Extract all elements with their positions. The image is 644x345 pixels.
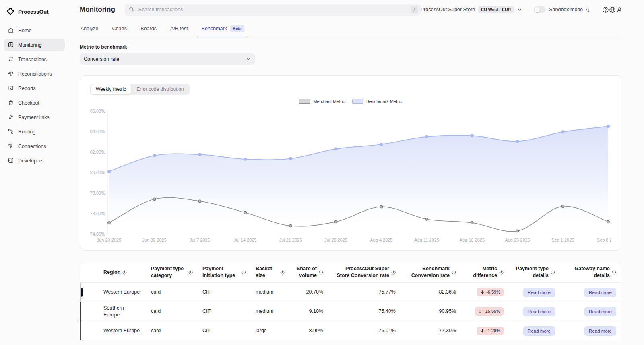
sandbox-help-icon[interactable] <box>586 7 591 12</box>
tab-analyze[interactable]: Analyze <box>80 21 99 37</box>
metric-difference-badge: -1.28% <box>477 327 504 335</box>
table-row[interactable]: Southern EuropecardCITmedium9.10%75.40%9… <box>80 302 621 321</box>
cell-value: card <box>151 308 161 315</box>
sidebar-item-monitoring[interactable]: Monitoring <box>4 39 65 51</box>
info-icon[interactable] <box>242 270 246 275</box>
search-icon <box>128 6 134 13</box>
info-icon[interactable] <box>551 270 555 275</box>
reconciliations-icon <box>8 70 14 78</box>
arrow-down-icon <box>478 309 482 314</box>
column-header-payment-initiation-type: Payment initiation type <box>198 265 251 280</box>
info-icon[interactable] <box>319 270 323 275</box>
chart-view-weekly-metric[interactable]: Weekly metric <box>91 84 131 94</box>
cell-benchmark-conversion-rate: 82.36% <box>400 288 461 296</box>
row-accent-bar <box>80 321 81 340</box>
search-bar[interactable]: / <box>125 4 421 16</box>
tab-benchmark[interactable]: BenchmarkBeta <box>201 21 245 37</box>
column-header-payment-type-details: Payment type details <box>508 265 560 280</box>
info-icon[interactable] <box>280 270 285 275</box>
gateway-name-details-read-more-button[interactable]: Read more <box>584 288 616 297</box>
payment-type-details-read-more-button[interactable]: Read more <box>523 288 555 297</box>
sidebar-item-label: Transactions <box>18 57 47 62</box>
column-label: Basket size <box>256 265 278 279</box>
info-icon[interactable] <box>612 270 616 275</box>
sidebar-item-payment-links[interactable]: Payment links <box>4 111 65 123</box>
top-bar: Monitoring / ProcessOut Super Store EU W… <box>80 0 621 19</box>
column-label: Metric difference <box>466 265 497 279</box>
cell-value: 77.30% <box>439 327 456 334</box>
cell-region: Western Europe <box>99 327 146 335</box>
connections-icon <box>8 143 14 150</box>
sidebar-item-label: Reconciliations <box>18 71 52 77</box>
sidebar-item-checkout[interactable]: Checkout <box>4 97 65 109</box>
metric-select[interactable]: Conversion rate <box>80 53 255 65</box>
column-header-payment-type-category: Payment type category <box>146 265 198 280</box>
tab-charts[interactable]: Charts <box>111 21 128 37</box>
info-icon[interactable] <box>391 270 396 275</box>
column-label: ProcessOut Super Store Conversion rate <box>333 265 389 279</box>
tab-a-b-test[interactable]: A/B test <box>169 21 189 37</box>
workspace-region-badge: EU West · EUR <box>478 6 514 13</box>
cell-share-of-volume: 9.10% <box>289 307 328 316</box>
help-icon[interactable] <box>602 4 609 15</box>
cell-benchmark-conversion-rate: 77.30% <box>400 327 461 335</box>
table-body: Western EuropecardCITmedium20.70%75.77%8… <box>80 282 621 340</box>
info-icon[interactable] <box>188 270 193 275</box>
chart-view-error-code-distribution[interactable]: Error code distribution <box>131 84 189 94</box>
legend-label: Benchmark Metric <box>366 99 402 104</box>
row-radio-cell <box>80 328 99 334</box>
sidebar-item-label: Checkout <box>18 100 39 106</box>
tab-boards[interactable]: Boards <box>140 21 157 37</box>
svg-text:Jul 7 2025: Jul 7 2025 <box>190 238 210 242</box>
benchmark-chart-card: Weekly metricError code distribution Mer… <box>80 75 621 251</box>
sidebar-item-routing[interactable]: Routing <box>4 126 65 138</box>
cell-benchmark-conversion-rate: 90.95% <box>400 307 461 316</box>
benchmark-chart: 86.00%84.00%82.00%80.00%78.00%76.00%74.0… <box>90 106 611 248</box>
developers-icon <box>8 157 14 165</box>
tab-label: Benchmark <box>202 26 227 31</box>
table-row[interactable]: Western EuropecardCITlarge8.90%76.01%77.… <box>80 321 621 340</box>
sidebar-item-home[interactable]: Home <box>4 25 65 37</box>
info-icon[interactable] <box>452 270 456 275</box>
cell-value: card <box>151 327 161 334</box>
globe-icon[interactable] <box>609 4 616 15</box>
cell-merchant-conversion-rate: 75.40% <box>328 307 400 316</box>
home-icon <box>8 27 14 35</box>
sidebar: ProcessOut HomeMonitoringTransactionsRec… <box>0 0 69 345</box>
brand-name: ProcessOut <box>18 9 49 15</box>
transactions-icon <box>8 56 14 64</box>
row-radio-cell <box>80 290 99 295</box>
payment-links-icon <box>8 114 14 121</box>
column-header-merchant-conversion-rate: ProcessOut Super Store Conversion rate <box>328 265 400 280</box>
sandbox-toggle[interactable] <box>534 6 546 13</box>
sidebar-item-transactions[interactable]: Transactions <box>4 53 65 66</box>
cell-region: Southern Europe <box>99 304 146 319</box>
cell-gateway-name-details: Read more <box>560 287 621 298</box>
table-header-row: RegionPayment type categoryPayment initi… <box>80 262 621 282</box>
sidebar-item-developers[interactable]: Developers <box>4 155 65 167</box>
cell-value: medium <box>256 289 273 296</box>
cell-value: CIT <box>202 327 211 334</box>
info-icon[interactable] <box>499 270 504 275</box>
sidebar-item-label: Home <box>18 28 31 33</box>
search-input[interactable] <box>138 6 407 13</box>
chevron-down-icon <box>517 7 522 12</box>
gateway-name-details-read-more-button[interactable]: Read more <box>584 307 616 316</box>
user-icon[interactable] <box>616 4 623 15</box>
tab-label: Boards <box>140 26 157 31</box>
workspace-switcher[interactable]: ProcessOut Super Store EU West · EUR <box>421 6 522 13</box>
payment-type-details-read-more-button[interactable]: Read more <box>523 307 555 316</box>
sidebar-item-label: Connections <box>18 144 46 149</box>
search-shortcut-key: / <box>411 6 418 13</box>
info-icon[interactable] <box>122 270 127 275</box>
cell-value: medium <box>256 308 273 315</box>
sidebar-item-connections[interactable]: Connections <box>4 140 65 152</box>
sidebar-item-reconciliations[interactable]: Reconciliations <box>4 68 65 80</box>
table-row[interactable]: Western EuropecardCITmedium20.70%75.77%8… <box>80 282 621 302</box>
svg-text:76.00%: 76.00% <box>90 211 105 216</box>
sidebar-item-reports[interactable]: Reports <box>4 82 65 94</box>
chart-legend: Merchant MetricBenchmark Metric <box>90 97 611 106</box>
payment-type-details-read-more-button[interactable]: Read more <box>523 326 555 336</box>
gateway-name-details-read-more-button[interactable]: Read more <box>584 326 616 336</box>
cell-basket-size: medium <box>251 288 289 296</box>
